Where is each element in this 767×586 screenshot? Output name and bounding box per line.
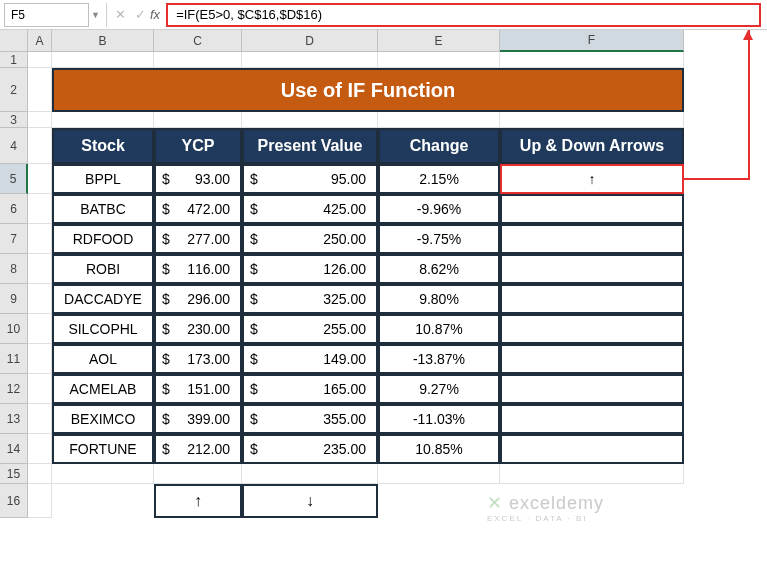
select-all-corner[interactable] bbox=[0, 30, 28, 52]
row-header-5[interactable]: 5 bbox=[0, 164, 28, 194]
cell-change[interactable]: 9.80% bbox=[378, 284, 500, 314]
cell-change[interactable]: -9.75% bbox=[378, 224, 500, 254]
header-arrows[interactable]: Up & Down Arrows bbox=[500, 128, 684, 164]
header-change[interactable]: Change bbox=[378, 128, 500, 164]
row-header-12[interactable]: 12 bbox=[0, 374, 28, 404]
row-header-9[interactable]: 9 bbox=[0, 284, 28, 314]
cell-arrow[interactable] bbox=[500, 194, 684, 224]
cell-stock[interactable]: DACCADYE bbox=[52, 284, 154, 314]
row-header-8[interactable]: 8 bbox=[0, 254, 28, 284]
cell-present[interactable]: $149.00 bbox=[242, 344, 378, 374]
watermark: ✕ exceldemy EXCEL · DATA · BI bbox=[487, 492, 604, 523]
cell-arrow[interactable] bbox=[500, 404, 684, 434]
cell-stock[interactable]: SILCOPHL bbox=[52, 314, 154, 344]
header-present[interactable]: Present Value bbox=[242, 128, 378, 164]
cell-ycp[interactable]: $296.00 bbox=[154, 284, 242, 314]
down-arrow-ref-cell[interactable]: ↓ bbox=[242, 484, 378, 518]
row-header-13[interactable]: 13 bbox=[0, 404, 28, 434]
up-arrow-ref-cell[interactable]: ↑ bbox=[154, 484, 242, 518]
cell-arrow[interactable] bbox=[500, 284, 684, 314]
cells-grid[interactable]: Use of IF Function Stock YCP Present Val… bbox=[28, 52, 684, 586]
cell-ycp[interactable]: $116.00 bbox=[154, 254, 242, 284]
cell-ycp[interactable]: $399.00 bbox=[154, 404, 242, 434]
row-header-10[interactable]: 10 bbox=[0, 314, 28, 344]
cell-ycp[interactable]: $472.00 bbox=[154, 194, 242, 224]
callout-arrow bbox=[748, 30, 750, 178]
col-header-A[interactable]: A bbox=[28, 30, 52, 52]
cell-arrow[interactable] bbox=[500, 224, 684, 254]
row-header-16[interactable]: 16 bbox=[0, 484, 28, 518]
col-header-C[interactable]: C bbox=[154, 30, 242, 52]
cell-present[interactable]: $425.00 bbox=[242, 194, 378, 224]
cell-arrow[interactable] bbox=[500, 344, 684, 374]
row-headers: 1 2 3 4 5 6 7 8 9 10 11 12 13 14 15 16 bbox=[0, 52, 28, 586]
cell-present[interactable]: $126.00 bbox=[242, 254, 378, 284]
name-box-dropdown-icon[interactable]: ▼ bbox=[91, 10, 103, 20]
col-header-B[interactable]: B bbox=[52, 30, 154, 52]
row-header-6[interactable]: 6 bbox=[0, 194, 28, 224]
cell-change[interactable]: 9.27% bbox=[378, 374, 500, 404]
cell-arrow[interactable] bbox=[500, 254, 684, 284]
enter-icon[interactable]: ✓ bbox=[130, 4, 150, 26]
row-header-7[interactable]: 7 bbox=[0, 224, 28, 254]
cell-ycp[interactable]: $151.00 bbox=[154, 374, 242, 404]
cell-stock[interactable]: ACMELAB bbox=[52, 374, 154, 404]
cell-ycp[interactable]: $277.00 bbox=[154, 224, 242, 254]
callout-arrowhead-icon bbox=[743, 30, 753, 40]
fx-icon[interactable]: fx bbox=[150, 7, 160, 22]
cell-ycp[interactable]: $173.00 bbox=[154, 344, 242, 374]
row-header-2[interactable]: 2 bbox=[0, 68, 28, 112]
row-header-3[interactable]: 3 bbox=[0, 112, 28, 128]
cell-present[interactable]: $165.00 bbox=[242, 374, 378, 404]
callout-arrow bbox=[684, 178, 750, 180]
col-header-D[interactable]: D bbox=[242, 30, 378, 52]
cell-arrow[interactable] bbox=[500, 434, 684, 464]
cell-change[interactable]: 10.85% bbox=[378, 434, 500, 464]
row-header-15[interactable]: 15 bbox=[0, 464, 28, 484]
cell-change[interactable]: 8.62% bbox=[378, 254, 500, 284]
cell-stock[interactable]: AOL bbox=[52, 344, 154, 374]
col-header-E[interactable]: E bbox=[378, 30, 500, 52]
row-header-11[interactable]: 11 bbox=[0, 344, 28, 374]
cell-present[interactable]: $355.00 bbox=[242, 404, 378, 434]
cell-present[interactable]: $95.00 bbox=[242, 164, 378, 194]
header-ycp[interactable]: YCP bbox=[154, 128, 242, 164]
formula-input[interactable]: =IF(E5>0, $C$16,$D$16) bbox=[166, 3, 761, 27]
cell-ycp[interactable]: $212.00 bbox=[154, 434, 242, 464]
cell-arrow[interactable] bbox=[500, 314, 684, 344]
cell-ycp[interactable]: $93.00 bbox=[154, 164, 242, 194]
column-headers: A B C D E F bbox=[28, 30, 684, 52]
cell-change[interactable]: -11.03% bbox=[378, 404, 500, 434]
cell-ycp[interactable]: $230.00 bbox=[154, 314, 242, 344]
cell-change[interactable]: 2.15% bbox=[378, 164, 500, 194]
formula-bar: F5 ▼ ✕ ✓ fx =IF(E5>0, $C$16,$D$16) bbox=[0, 0, 767, 30]
cell-present[interactable]: $255.00 bbox=[242, 314, 378, 344]
divider bbox=[106, 3, 107, 27]
cell-stock[interactable]: ROBI bbox=[52, 254, 154, 284]
row-header-14[interactable]: 14 bbox=[0, 434, 28, 464]
name-box[interactable]: F5 bbox=[4, 3, 89, 27]
cell-present[interactable]: $250.00 bbox=[242, 224, 378, 254]
cell-stock[interactable]: FORTUNE bbox=[52, 434, 154, 464]
header-stock[interactable]: Stock bbox=[52, 128, 154, 164]
row-header-1[interactable]: 1 bbox=[0, 52, 28, 68]
cancel-icon[interactable]: ✕ bbox=[110, 4, 130, 26]
cell-change[interactable]: -13.87% bbox=[378, 344, 500, 374]
cell-present[interactable]: $235.00 bbox=[242, 434, 378, 464]
row-header-4[interactable]: 4 bbox=[0, 128, 28, 164]
cell-stock[interactable]: BPPL bbox=[52, 164, 154, 194]
cell-stock[interactable]: BATBC bbox=[52, 194, 154, 224]
cell-arrow[interactable] bbox=[500, 374, 684, 404]
cell-change[interactable]: -9.96% bbox=[378, 194, 500, 224]
cell-arrow[interactable]: ↑ bbox=[500, 164, 684, 194]
col-header-F[interactable]: F bbox=[500, 30, 684, 52]
cell-stock[interactable]: RDFOOD bbox=[52, 224, 154, 254]
title-cell[interactable]: Use of IF Function bbox=[52, 68, 684, 112]
cell-stock[interactable]: BEXIMCO bbox=[52, 404, 154, 434]
cell-change[interactable]: 10.87% bbox=[378, 314, 500, 344]
cell-present[interactable]: $325.00 bbox=[242, 284, 378, 314]
